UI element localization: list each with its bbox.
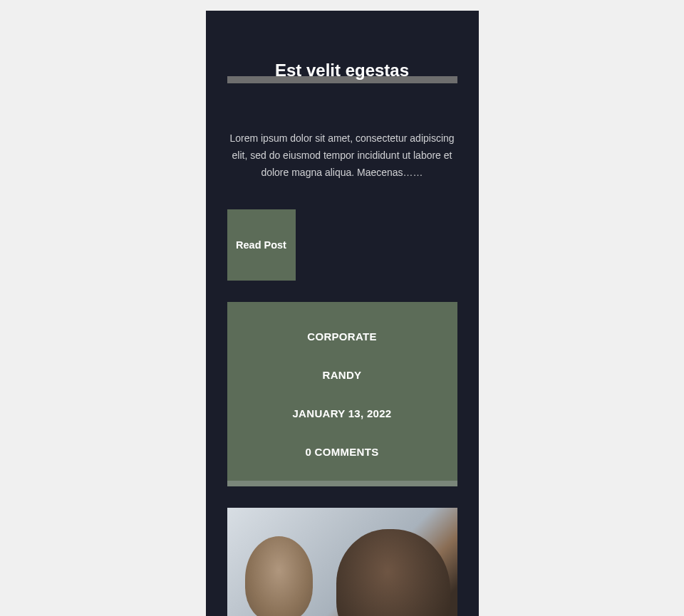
read-post-button[interactable]: Read Post: [227, 209, 296, 281]
post-category[interactable]: CORPORATE: [242, 330, 443, 343]
post-comments[interactable]: 0 COMMENTS: [242, 446, 443, 458]
image-figure-right: [336, 529, 450, 616]
image-figure-left: [245, 536, 313, 616]
post-excerpt: Lorem ipsum dolor sit amet, consectetur …: [227, 130, 457, 181]
blog-post-card: Est velit egestas Lorem ipsum dolor sit …: [206, 11, 479, 616]
post-author[interactable]: RANDY: [242, 369, 443, 381]
post-title-wrapper: Est velit egestas: [227, 61, 457, 80]
post-title[interactable]: Est velit egestas: [275, 61, 409, 80]
next-post-image[interactable]: [227, 508, 457, 616]
post-meta-box: CORPORATE RANDY JANUARY 13, 2022 0 COMME…: [227, 302, 457, 486]
post-date[interactable]: JANUARY 13, 2022: [242, 407, 443, 419]
